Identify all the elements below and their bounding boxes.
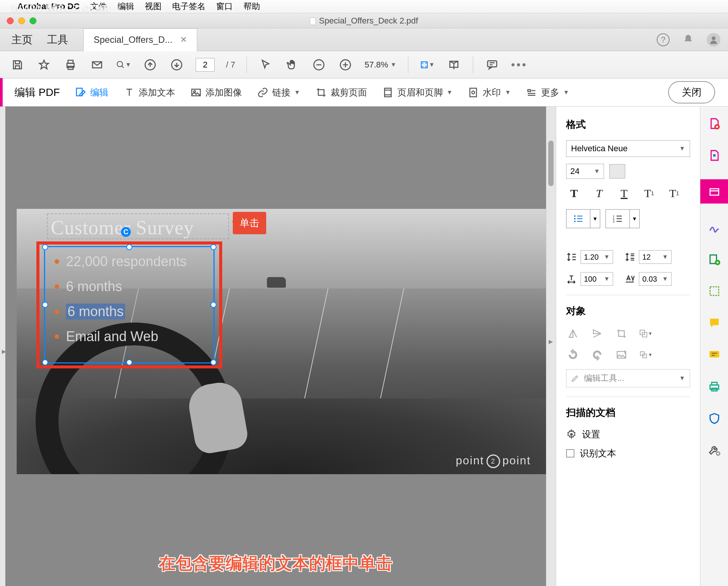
- format-heading: 格式: [566, 118, 690, 131]
- print-rail-icon[interactable]: [706, 379, 722, 395]
- zoom-out-icon[interactable]: [311, 57, 326, 72]
- subscript-button[interactable]: T1: [666, 186, 682, 201]
- menu-edit[interactable]: 编辑: [118, 1, 134, 12]
- resize-handle[interactable]: [210, 359, 217, 365]
- zoom-in-icon[interactable]: [338, 57, 353, 72]
- arrange-icon[interactable]: ▼: [639, 327, 653, 340]
- menu-file[interactable]: 文件: [90, 1, 107, 12]
- sign-icon[interactable]: [706, 219, 722, 235]
- edit-tool-dropdown[interactable]: 编辑工具... ▼: [566, 369, 690, 387]
- resize-handle[interactable]: [210, 302, 217, 308]
- tab-home[interactable]: 主页: [11, 33, 33, 47]
- horizontal-scale-control[interactable]: 100▼: [566, 272, 613, 286]
- char-spacing-control[interactable]: 0.03▼: [624, 272, 672, 286]
- car-graphic: [267, 277, 286, 288]
- bullet-list-button[interactable]: ▼: [566, 209, 600, 228]
- right-tool-rail: [700, 107, 728, 586]
- resize-handle[interactable]: [126, 244, 132, 250]
- add-image-button[interactable]: 添加图像: [190, 86, 242, 99]
- align-objects-icon[interactable]: ▼: [639, 348, 653, 362]
- bullet-text[interactable]: 6 months: [66, 279, 122, 295]
- scroll-thumb[interactable]: [548, 141, 554, 186]
- save-icon[interactable]: [10, 57, 25, 72]
- fill-sign-icon[interactable]: [706, 347, 722, 363]
- bullet-text[interactable]: Email and Web: [66, 329, 158, 345]
- export-pdf-icon[interactable]: [706, 147, 722, 163]
- font-select[interactable]: Helvetica Neue▼: [566, 140, 690, 157]
- menu-esign[interactable]: 电子签名: [172, 1, 206, 12]
- more-tools-icon[interactable]: •••: [511, 58, 528, 71]
- pdf-page[interactable]: Customer Survey C 单击 22,000 respondents …: [17, 209, 546, 474]
- menu-window[interactable]: 窗口: [216, 1, 233, 12]
- comment-icon[interactable]: [485, 57, 500, 72]
- app-name[interactable]: Acrobat Pro DC: [17, 2, 80, 11]
- settings-button[interactable]: 设置: [566, 428, 690, 440]
- tab-tools[interactable]: 工具: [47, 33, 68, 47]
- menu-help[interactable]: 帮助: [243, 1, 260, 12]
- document-area[interactable]: Customer Survey C 单击 22,000 respondents …: [5, 107, 546, 586]
- window-titlebar: Special_Offers_Deck 2.pdf: [0, 13, 728, 28]
- more-tools-rail-icon[interactable]: [706, 442, 722, 458]
- create-pdf-icon[interactable]: [706, 116, 722, 132]
- organize-icon[interactable]: [706, 251, 722, 267]
- watermark-button[interactable]: 水印▼: [468, 86, 511, 99]
- comment-rail-icon[interactable]: [706, 315, 722, 331]
- svg-rect-23: [577, 218, 582, 219]
- font-color-swatch[interactable]: [609, 164, 625, 179]
- zoom-level[interactable]: 57.8% ▼: [364, 60, 396, 70]
- crop-obj-icon[interactable]: [615, 327, 628, 340]
- bullet-text-selected[interactable]: 6 months: [66, 304, 125, 320]
- page-display-icon[interactable]: [446, 57, 461, 72]
- close-edit-button[interactable]: 关闭: [668, 81, 715, 103]
- compress-icon[interactable]: [706, 283, 722, 299]
- resize-handle[interactable]: [42, 244, 48, 250]
- bullet-text[interactable]: 22,000 respondents: [66, 254, 187, 269]
- crop-button[interactable]: 裁剪页面: [315, 86, 367, 99]
- superscript-button[interactable]: T1: [641, 186, 657, 201]
- resize-handle[interactable]: [210, 244, 217, 250]
- pointer-icon[interactable]: [258, 57, 273, 72]
- next-page-icon[interactable]: [169, 57, 184, 72]
- notifications-icon[interactable]: [682, 33, 694, 46]
- hand-icon[interactable]: [285, 57, 300, 72]
- rotate-cw-icon[interactable]: [590, 348, 604, 362]
- flip-v-icon[interactable]: [590, 327, 604, 340]
- star-icon[interactable]: [36, 57, 52, 72]
- resize-handle[interactable]: [126, 359, 132, 365]
- search-icon[interactable]: ▼: [116, 57, 131, 72]
- help-icon[interactable]: ?: [657, 33, 670, 46]
- para-spacing-control[interactable]: 12▼: [624, 250, 672, 264]
- expand-panel-icon[interactable]: ▸: [549, 337, 553, 346]
- underline-button[interactable]: T: [616, 186, 632, 201]
- print-icon[interactable]: [63, 57, 78, 72]
- prev-page-icon[interactable]: [143, 57, 158, 72]
- resize-handle[interactable]: [42, 302, 48, 308]
- close-tab-icon[interactable]: ✕: [180, 35, 187, 45]
- recognize-text-checkbox[interactable]: 识别文本: [566, 447, 690, 459]
- link-button[interactable]: 链接▼: [257, 86, 300, 99]
- edit-button[interactable]: 编辑: [75, 86, 108, 99]
- rotate-ccw-icon[interactable]: [566, 348, 580, 362]
- edit-pdf-rail-icon[interactable]: [700, 179, 728, 204]
- scrollbar[interactable]: ▸: [546, 107, 556, 586]
- number-list-button[interactable]: 123▼: [606, 209, 640, 228]
- replace-image-icon[interactable]: [615, 348, 628, 362]
- protect-icon[interactable]: [706, 411, 722, 426]
- account-avatar[interactable]: [707, 33, 720, 47]
- line-spacing-control[interactable]: 1.20▼: [566, 250, 613, 264]
- flip-h-icon[interactable]: [566, 327, 580, 340]
- tab-document[interactable]: Special_Offers_D...✕: [83, 28, 197, 51]
- bold-button[interactable]: T: [566, 186, 582, 201]
- checkbox-icon[interactable]: [566, 449, 574, 458]
- resize-handle[interactable]: [42, 359, 48, 365]
- page-number-input[interactable]: 2: [196, 58, 215, 72]
- add-text-button[interactable]: 添加文本: [124, 86, 175, 99]
- menu-view[interactable]: 视图: [145, 1, 162, 12]
- bullet-list[interactable]: 22,000 respondents 6 months 6 months Ema…: [55, 254, 187, 354]
- header-footer-button[interactable]: 页眉和页脚▼: [382, 86, 453, 99]
- font-size-input[interactable]: 24▼: [566, 164, 604, 179]
- mail-icon[interactable]: [89, 57, 105, 72]
- fit-page-icon[interactable]: ▼: [420, 57, 435, 72]
- italic-button[interactable]: T: [591, 186, 607, 201]
- more-edit-button[interactable]: 更多▼: [526, 86, 569, 99]
